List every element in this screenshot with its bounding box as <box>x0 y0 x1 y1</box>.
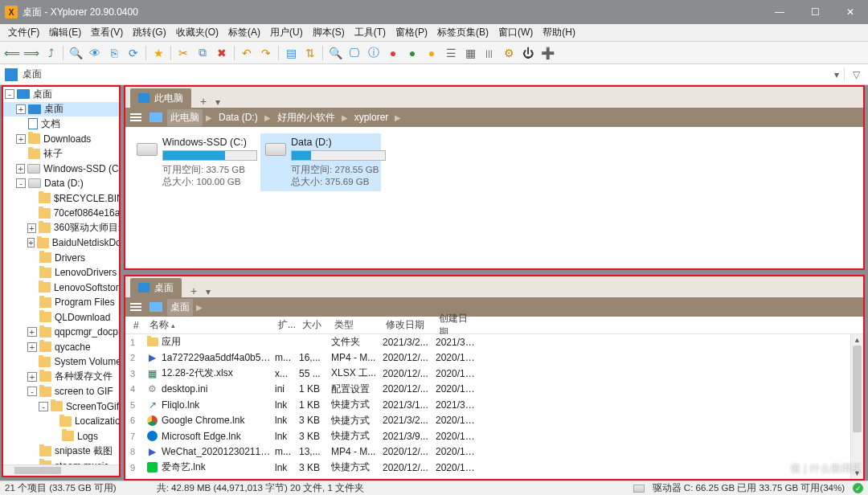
listcfg-icon[interactable]: ▦ <box>461 44 479 62</box>
tree-node[interactable]: QLDownload <box>3 310 119 325</box>
column-ext[interactable]: 扩... <box>275 318 299 332</box>
menu-item[interactable]: 脚本(S) <box>308 24 350 41</box>
menu-item[interactable]: 标签页集(B) <box>432 24 493 41</box>
columns-icon[interactable]: ⫼ <box>481 44 498 62</box>
tree-node[interactable]: 70cef0864e16a3 <box>3 206 119 221</box>
menu-item[interactable]: 编辑(E) <box>44 24 86 41</box>
preview-icon[interactable]: 🖵 <box>346 44 363 62</box>
menu-item[interactable]: 标签(A) <box>223 24 265 41</box>
tagdot2-icon[interactable]: ● <box>403 44 421 62</box>
tree-node[interactable]: 文档 <box>3 117 119 132</box>
branch-icon[interactable]: ⎘ <box>105 44 123 62</box>
tree-node[interactable]: $RECYCLE.BIN <box>3 191 119 207</box>
sync-icon[interactable]: ⇅ <box>301 44 319 62</box>
menu-item[interactable]: 用户(U) <box>265 24 308 41</box>
tree-toggle[interactable]: + <box>27 476 37 477</box>
tab-desktop[interactable]: 桌面 <box>130 278 182 297</box>
tree-node[interactable]: Logs <box>3 429 119 444</box>
drive-tile[interactable]: Windows-SSD (C:)可用空间: 33.75 GB总大小: 100.0… <box>132 133 252 191</box>
tab-this-pc[interactable]: 此电脑 <box>130 88 191 108</box>
menu-item[interactable]: 文件(F) <box>3 24 44 41</box>
tree-node[interactable]: Localizations <box>3 414 119 429</box>
finder-icon[interactable]: 🔍 <box>67 44 84 62</box>
file-list[interactable]: 1应用文件夹2021/3/2...2021/3/1...2▶1a727229aa… <box>125 334 863 479</box>
tree-node[interactable]: -桌面 <box>3 87 119 102</box>
scrollbar-vertical[interactable]: ▲▼ <box>850 334 863 479</box>
column-size[interactable]: 大小 <box>299 318 331 332</box>
undo-icon[interactable]: ↶ <box>238 44 256 62</box>
file-row[interactable]: 5↗Fliqlo.lnklnk1 KB快捷方式2021/3/1...2021/3… <box>125 397 863 413</box>
menu-item[interactable]: 窗口(W) <box>493 24 538 41</box>
tree-node[interactable]: +BaiduNetdiskDownload <box>3 235 119 251</box>
refresh-icon[interactable]: ⟳ <box>125 44 142 62</box>
tree-toggle[interactable]: + <box>27 372 37 382</box>
tree-toggle[interactable]: - <box>39 402 48 411</box>
file-row[interactable]: 8▶WeChat_20201230211346...m...13,...MP4 … <box>125 444 863 460</box>
exit-icon[interactable]: ⏻ <box>519 44 537 62</box>
menu-item[interactable]: 帮助(H) <box>538 24 580 41</box>
tab-menu-button[interactable]: ▾ <box>212 96 223 108</box>
breadcrumb-segment[interactable]: xyplorer <box>351 110 392 125</box>
tab-add-button[interactable]: + <box>185 284 203 297</box>
tree-node[interactable]: Program Files <box>3 295 119 310</box>
menu-item[interactable]: 窗格(P) <box>391 24 432 41</box>
tree-node[interactable]: Drivers <box>3 251 119 266</box>
tree-node[interactable]: -Data (D:) <box>3 176 119 191</box>
redo-icon[interactable]: ↷ <box>257 44 275 62</box>
tree-toggle[interactable]: - <box>16 178 26 188</box>
window-close[interactable]: ✕ <box>833 0 868 24</box>
tree-toggle[interactable]: + <box>16 134 26 144</box>
tree-toggle[interactable]: + <box>16 104 26 114</box>
tree-toggle[interactable]: - <box>27 387 37 396</box>
tree-toggle[interactable]: + <box>27 342 37 352</box>
file-row[interactable]: 3▦12.28-2代发.xlsxx...55 ...XLSX 工...2020/… <box>125 366 863 382</box>
tagdot1-icon[interactable]: ● <box>384 44 402 62</box>
drive-tile[interactable]: Data (D:)可用空间: 278.55 GB总大小: 375.69 GB <box>260 133 381 191</box>
tree-node[interactable]: LenovoSoftstore <box>3 280 119 296</box>
tree-node[interactable]: LenovoDrivers <box>3 265 119 280</box>
nav-up-icon[interactable]: ⤴ <box>42 44 59 62</box>
address-dropdown[interactable]: ▾ <box>834 69 839 80</box>
tree-node[interactable]: -ScreenToGif <box>3 399 119 415</box>
tree-node[interactable]: snipaste 截图 <box>3 444 119 459</box>
tree-toggle[interactable]: + <box>27 327 37 337</box>
menu-item[interactable]: 工具(T) <box>350 24 391 41</box>
window-minimize[interactable]: — <box>762 0 797 24</box>
tree-toggle[interactable]: - <box>5 89 14 99</box>
hamburger-icon[interactable] <box>130 113 141 121</box>
file-row[interactable]: 7Microsoft Edge.lnklnk3 KB快捷方式2021/3/9..… <box>125 428 863 444</box>
properties-icon[interactable]: ⓘ <box>365 44 383 62</box>
menu-item[interactable]: 查看(V) <box>86 24 128 41</box>
dualpane-icon[interactable]: ▤ <box>282 44 300 62</box>
file-row[interactable]: 9爱奇艺.lnklnk3 KB快捷方式2020/12/...2020/12/..… <box>125 460 863 476</box>
tagdot3-icon[interactable]: ● <box>423 44 440 62</box>
nav-back-icon[interactable]: ⟸ <box>3 44 21 62</box>
menu-item[interactable]: 跳转(G) <box>128 24 170 41</box>
nav-fwd-icon[interactable]: ⟹ <box>23 44 40 62</box>
breadcrumb-segment[interactable]: 此电脑 <box>167 109 203 126</box>
addtab-icon[interactable]: ➕ <box>538 44 556 62</box>
tree-toggle[interactable]: + <box>27 223 36 233</box>
tree-node[interactable]: -screen to GIF <box>3 384 119 399</box>
tree-node[interactable]: 袜子 <box>3 146 119 162</box>
file-row[interactable]: 4⚙desktop.iniini1 KB配置设置2020/12/...2020/… <box>125 382 863 398</box>
window-maximize[interactable]: ☐ <box>797 0 833 24</box>
copy-icon[interactable]: ⧉ <box>194 44 211 62</box>
favorite-icon[interactable]: ★ <box>149 44 167 62</box>
menu-item[interactable]: 收藏夹(O) <box>171 24 223 41</box>
address-text[interactable]: 桌面 <box>23 68 829 81</box>
catalog-icon[interactable]: ☰ <box>442 44 460 62</box>
column-type[interactable]: 类型 <box>331 318 383 332</box>
hamburger-icon[interactable] <box>130 303 141 311</box>
file-row[interactable]: 6Google Chrome.lnklnk3 KB快捷方式2021/3/2...… <box>125 413 863 429</box>
filter-icon[interactable]: ▽ <box>850 69 863 80</box>
breadcrumb-segment[interactable]: Data (D:) <box>215 110 261 125</box>
tree-toggle[interactable]: + <box>16 164 25 174</box>
settings-icon[interactable]: ⚙ <box>500 44 518 62</box>
tree-node[interactable]: +各种缓存文件 <box>3 370 119 385</box>
file-list-header[interactable]: # 名称▴ 扩... 大小 类型 修改日期 创建日期 <box>125 317 863 334</box>
tree-node[interactable]: +桌面 <box>3 102 119 117</box>
cut-icon[interactable]: ✂ <box>174 44 192 62</box>
tab-menu-button[interactable]: ▾ <box>203 286 214 297</box>
folder-tree[interactable]: -桌面+桌面文档+Downloads袜子+Windows-SSD (C:)-Da… <box>2 85 121 477</box>
